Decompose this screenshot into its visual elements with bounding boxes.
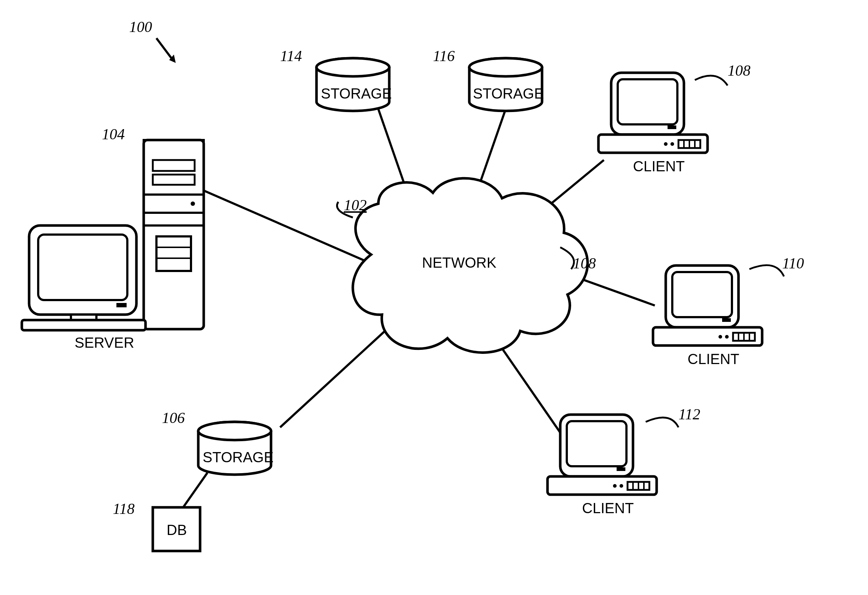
client-top	[598, 73, 707, 153]
network-ref: 102	[344, 196, 367, 214]
storage-top-left-ref: 114	[280, 47, 302, 65]
svg-line-36	[156, 38, 173, 60]
storage-top-left	[316, 58, 389, 111]
svg-rect-28	[156, 236, 191, 271]
db-ref: 118	[113, 500, 134, 518]
client-bottom	[548, 415, 657, 495]
figure-ref: 100	[129, 18, 152, 35]
db-label: DB	[167, 522, 187, 538]
client-top-label: CLIENT	[633, 158, 685, 174]
client-bottom-label: CLIENT	[582, 500, 634, 517]
figure-ref-arrow	[156, 38, 176, 63]
svg-rect-35	[22, 320, 146, 330]
client-mid-ref: 110	[782, 255, 804, 272]
svg-rect-32	[38, 235, 127, 300]
svg-rect-33	[117, 303, 127, 307]
client-mid-label: CLIENT	[688, 351, 739, 367]
client-top-ref: 108	[728, 62, 750, 79]
svg-point-26	[190, 201, 195, 206]
network-label: NETWORK	[422, 255, 496, 271]
storage-top-left-label: STORAGE	[321, 86, 392, 102]
server-ref: 104	[102, 125, 125, 143]
network-edge-ref: 108	[573, 255, 596, 272]
client-bottom-ref: 112	[679, 406, 700, 423]
server-label: SERVER	[75, 335, 134, 351]
svg-rect-23	[153, 160, 195, 171]
storage-bottom	[198, 422, 271, 475]
storage-bottom-label: STORAGE	[203, 449, 273, 465]
svg-rect-24	[153, 174, 195, 185]
client-mid	[653, 266, 762, 345]
svg-line-12	[184, 182, 368, 262]
storage-top-right-ref: 116	[433, 47, 455, 65]
storage-top-right-label: STORAGE	[473, 86, 544, 102]
svg-line-18	[280, 324, 393, 427]
svg-line-19	[182, 473, 207, 509]
storage-top-right	[469, 58, 542, 111]
storage-bottom-ref: 106	[162, 409, 185, 427]
server	[22, 140, 204, 330]
